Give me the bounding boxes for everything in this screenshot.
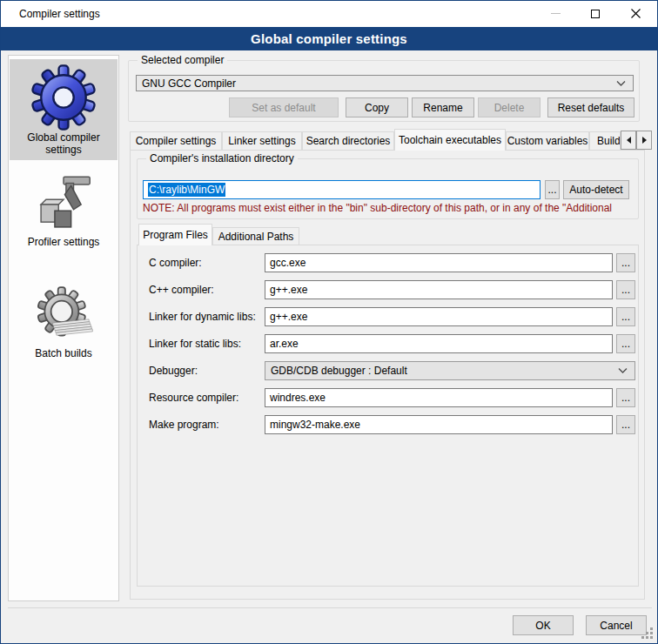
make-program-browse-button[interactable]: ...: [616, 415, 635, 434]
make-program-label: Make program:: [149, 419, 219, 431]
window-title: Compiler settings: [19, 8, 100, 20]
selected-path-text: C:\raylib\MinGW: [148, 183, 225, 197]
subtab-additional-paths[interactable]: Additional Paths: [212, 227, 299, 245]
tab-compiler-settings[interactable]: Compiler settings: [130, 131, 222, 150]
installation-note: NOTE: All programs must exist either in …: [143, 202, 635, 214]
chevron-down-icon: [618, 368, 628, 374]
cpp-compiler-label: C++ compiler:: [149, 284, 214, 296]
debugger-select[interactable]: GDB/CDB debugger : Default: [265, 361, 635, 380]
c-compiler-label: C compiler:: [149, 257, 202, 269]
static-linker-label: Linker for static libs:: [149, 338, 241, 350]
tab-custom-variables[interactable]: Custom variables: [506, 131, 589, 150]
dynamic-linker-value: g++.exe: [270, 311, 307, 323]
static-linker-value: ar.exe: [270, 338, 299, 350]
dialog-header-title: Global compiler settings: [251, 31, 407, 46]
delete-button[interactable]: Delete: [478, 97, 540, 117]
dynamic-linker-input[interactable]: g++.exe: [265, 307, 613, 326]
sidebar-item-label: Profiler settings: [28, 236, 100, 248]
make-program-input[interactable]: mingw32-make.exe: [265, 415, 613, 434]
minimize-button[interactable]: [535, 1, 575, 26]
cpp-compiler-value: g++.exe: [270, 284, 307, 296]
resource-compiler-browse-button[interactable]: ...: [616, 388, 635, 407]
tab-scroll-right-button[interactable]: [636, 131, 652, 150]
installation-directory-group-label: Compiler's installation directory: [146, 152, 298, 164]
sidebar-item-label: settings: [45, 144, 81, 156]
sidebar-item-global-compiler-settings[interactable]: Global compiler settings: [10, 59, 118, 160]
browse-directory-button[interactable]: ...: [545, 180, 560, 199]
sidebar-item-label: Batch builds: [35, 347, 91, 359]
subtab-program-files[interactable]: Program Files: [138, 224, 212, 245]
cpp-compiler-input[interactable]: g++.exe: [265, 280, 613, 299]
c-compiler-value: gcc.exe: [270, 257, 306, 269]
caliper-icon: [31, 173, 96, 236]
tab-toolchain-executables[interactable]: Toolchain executables: [394, 129, 506, 151]
dynamic-linker-label: Linker for dynamic libs:: [149, 311, 256, 323]
arrow-left-icon: [627, 137, 631, 144]
sidebar-item-label: Global compiler: [27, 131, 99, 144]
static-linker-input[interactable]: ar.exe: [265, 334, 613, 353]
sidebar-item-profiler-settings[interactable]: Profiler settings: [10, 167, 118, 258]
resource-compiler-value: windres.exe: [270, 392, 326, 404]
installation-directory-input[interactable]: C:\raylib\MinGW: [143, 180, 540, 199]
tab-scroll-left-button[interactable]: [621, 131, 636, 150]
cancel-button[interactable]: Cancel: [586, 615, 647, 635]
rename-button[interactable]: Rename: [412, 97, 474, 117]
maximize-button[interactable]: [575, 1, 615, 26]
dynamic-linker-browse-button[interactable]: ...: [616, 307, 635, 326]
dialog-header: Global compiler settings: [1, 27, 657, 50]
make-program-value: mingw32-make.exe: [270, 419, 360, 431]
resource-compiler-label: Resource compiler:: [149, 392, 238, 404]
ok-button[interactable]: OK: [513, 615, 574, 635]
gear-stack-icon: [31, 285, 96, 347]
arrow-right-icon: [642, 137, 647, 144]
c-compiler-input[interactable]: gcc.exe: [265, 253, 613, 272]
auto-detect-button[interactable]: Auto-detect: [563, 180, 629, 199]
reset-defaults-button[interactable]: Reset defaults: [547, 97, 634, 117]
minimize-icon: [551, 13, 561, 14]
c-compiler-browse-button[interactable]: ...: [616, 253, 635, 272]
footer-separator: [8, 607, 652, 608]
close-button[interactable]: [615, 1, 655, 26]
tab-linker-settings[interactable]: Linker settings: [222, 131, 302, 150]
compiler-settings-dialog: Compiler settings Global compiler settin…: [0, 0, 658, 644]
chevron-down-icon: [616, 80, 626, 86]
debugger-label: Debugger:: [149, 365, 198, 377]
resource-compiler-input[interactable]: windres.exe: [265, 388, 613, 407]
compiler-select[interactable]: GNU GCC Compiler: [136, 75, 634, 91]
debugger-select-value: GDB/CDB debugger : Default: [271, 365, 407, 377]
close-icon: [631, 9, 641, 18]
settings-category-list: Global compiler settings Profiler settin…: [8, 55, 119, 601]
copy-button[interactable]: Copy: [346, 97, 408, 117]
selected-compiler-group-label: Selected compiler: [138, 54, 227, 66]
compiler-select-value: GNU GCC Compiler: [142, 77, 236, 90]
resize-grip[interactable]: [641, 627, 654, 640]
maximize-icon: [591, 10, 600, 18]
static-linker-browse-button[interactable]: ...: [616, 334, 635, 353]
sidebar-item-batch-builds[interactable]: Batch builds: [10, 278, 118, 365]
tab-build-options-clipped[interactable]: Build options: [589, 131, 621, 150]
gear-icon: [30, 64, 97, 131]
tab-search-directories[interactable]: Search directories: [302, 131, 394, 150]
set-as-default-button[interactable]: Set as default: [229, 97, 339, 117]
cpp-compiler-browse-button[interactable]: ...: [616, 280, 635, 299]
